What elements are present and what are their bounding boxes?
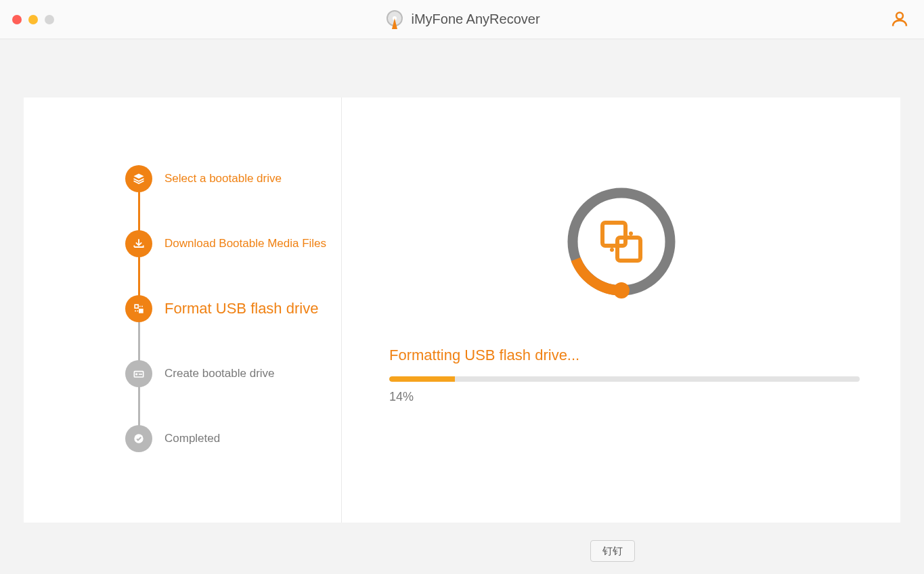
progress-percent: 14%: [389, 390, 414, 404]
download-icon: [125, 230, 152, 257]
progress-pane: Formatting USB flash drive... 14%: [342, 97, 900, 523]
svg-point-7: [136, 374, 137, 375]
svg-point-14: [629, 231, 633, 236]
svg-rect-4: [135, 305, 138, 308]
svg-point-13: [610, 248, 614, 252]
step-format-usb[interactable]: Format USB flash drive: [125, 295, 341, 322]
app-title-text: iMyFone AnyRecover: [411, 12, 540, 27]
step-select-drive[interactable]: Select a bootable drive: [125, 165, 341, 192]
progress-bar: [389, 376, 860, 382]
svg-rect-12: [617, 238, 640, 261]
step-completed: Completed: [125, 425, 341, 452]
check-circle-icon: [125, 425, 152, 452]
steps-sidebar: Select a bootable drive Download Bootabl…: [24, 97, 342, 523]
content-area: Select a bootable drive Download Bootabl…: [0, 39, 924, 523]
minimize-window-button[interactable]: [28, 15, 38, 24]
svg-point-10: [613, 282, 630, 299]
titlebar: iMyFone AnyRecover: [0, 0, 924, 39]
close-window-button[interactable]: [12, 15, 22, 24]
svg-rect-11: [602, 223, 625, 246]
status-text: Formatting USB flash drive...: [389, 347, 579, 364]
app-logo-icon: [384, 9, 404, 30]
window-controls: [12, 15, 54, 24]
app-title: iMyFone AnyRecover: [384, 9, 540, 30]
step-create-bootable: Create bootable drive: [125, 360, 341, 387]
main-card: Select a bootable drive Download Bootabl…: [24, 97, 900, 523]
step-label: Format USB flash drive: [164, 300, 318, 317]
drive-icon: [125, 360, 152, 387]
progress-fill: [389, 376, 455, 382]
svg-rect-5: [139, 309, 143, 313]
account-button[interactable]: [890, 9, 909, 28]
step-label: Completed: [164, 432, 220, 445]
progress-spinner: [564, 184, 679, 299]
layers-icon: [125, 165, 152, 192]
step-label: Select a bootable drive: [164, 172, 282, 185]
step-label: Download Bootable Media Files: [164, 237, 326, 250]
taskbar-tooltip[interactable]: 钉钉: [590, 540, 635, 562]
maximize-window-button[interactable]: [45, 15, 54, 24]
svg-point-3: [896, 12, 903, 19]
format-icon: [125, 295, 152, 322]
step-label: Create bootable drive: [164, 367, 275, 380]
taskbar-tooltip-text: 钉钉: [602, 545, 623, 558]
step-list: Select a bootable drive Download Bootabl…: [125, 165, 341, 452]
step-download-media[interactable]: Download Bootable Media Files: [125, 230, 341, 257]
